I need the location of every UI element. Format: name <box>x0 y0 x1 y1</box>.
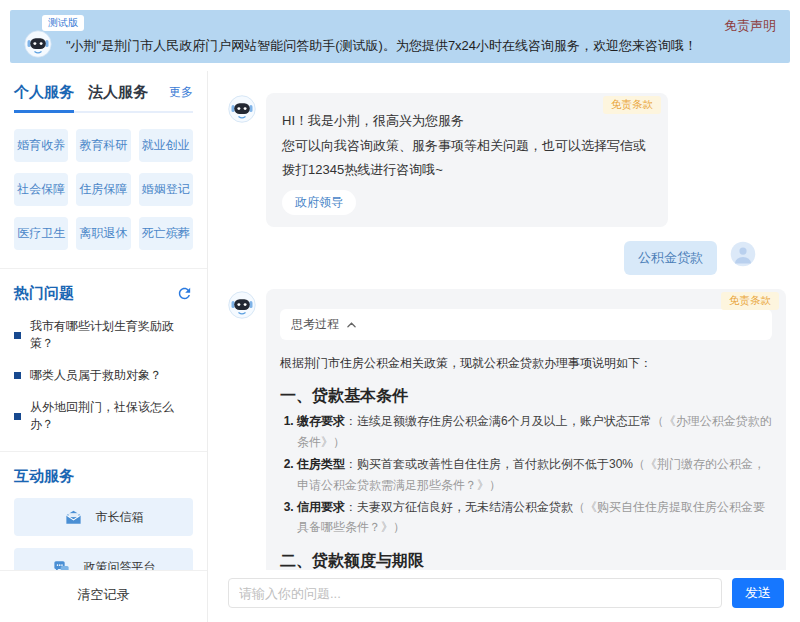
hot-question-item[interactable]: 哪类人员属于救助对象？ <box>14 367 193 384</box>
hot-questions-title: 热门问题 <box>14 284 74 303</box>
item-text: ：连续足额缴存住房公积金满6个月及以上，账户状态正常 <box>345 414 652 428</box>
hot-questions-header: 热门问题 <box>14 284 193 303</box>
message-list: 免责条款 HI！我是小荆，很高兴为您服务 您可以向我咨询政策、服务事项等相关问题… <box>208 71 800 570</box>
answer-section2-heading: 二、贷款额度与期限 <box>280 551 772 570</box>
item-term: 信用要求 <box>297 500 345 514</box>
service-btn-education-research[interactable]: 教育科研 <box>76 129 130 162</box>
chat-panel: 免责条款 HI！我是小荆，很高兴为您服务 您可以向我咨询政策、服务事项等相关问题… <box>208 71 800 622</box>
send-button[interactable]: 发送 <box>732 578 784 608</box>
answer-section1-heading: 一、贷款基本条件 <box>280 386 772 407</box>
top-banner: 测试版 "小荆"是荆门市人民政府门户网站智能问答助手(测试版)。为您提供7x24… <box>10 10 790 63</box>
service-btn-marriage-adoption[interactable]: 婚育收养 <box>14 129 68 162</box>
beta-badge: 测试版 <box>42 15 84 31</box>
list-item: 缴存要求：连续足额缴存住房公积金满6个月及以上，账户状态正常（《办理公积金贷款的… <box>297 411 772 452</box>
chevron-up-icon <box>347 322 356 328</box>
square-bullet-icon <box>14 413 21 420</box>
service-tabs: 个人服务 法人服务 更多 <box>14 83 193 113</box>
mayor-mailbox-item[interactable]: 市长信箱 <box>14 498 193 536</box>
bot-greeting-bubble: 免责条款 HI！我是小荆，很高兴为您服务 您可以向我咨询政策、服务事项等相关问题… <box>266 93 668 227</box>
sidebar: 个人服务 法人服务 更多 婚育收养 教育科研 就业创业 社会保障 住房保障 婚姻… <box>0 71 208 622</box>
bot-message-row: 免责条款 思考过程 根据荆门市住房公积金相关政策，现就公积金贷款办理事项说明如下… <box>228 289 786 570</box>
chatbot-page: 测试版 "小荆"是荆门市人民政府门户网站智能问答助手(测试版)。为您提供7x24… <box>0 0 800 622</box>
bot-message-row: 免责条款 HI！我是小荆，很高兴为您服务 您可以向我咨询政策、服务事项等相关问题… <box>228 93 786 227</box>
government-leaders-chip[interactable]: 政府领导 <box>282 190 356 215</box>
hot-question-text: 从外地回荆门，社保该怎么办？ <box>30 399 193 433</box>
greeting-line2: 您可以向我咨询政策、服务事项等相关问题，也可以选择写信或拨打12345热线进行咨… <box>282 134 652 183</box>
banner-message: "小荆"是荆门市人民政府门户网站智能问答助手(测试版)。为您提供7x24小时在线… <box>66 37 697 55</box>
item-term: 缴存要求 <box>297 414 345 428</box>
service-btn-social-security[interactable]: 社会保障 <box>14 173 68 206</box>
robot-avatar-icon <box>228 95 256 123</box>
service-btn-retirement[interactable]: 离职退休 <box>76 217 130 250</box>
thinking-process-label: 思考过程 <box>291 316 339 333</box>
interactive-services-header: 互动服务 <box>14 467 193 486</box>
item-text: ：夫妻双方征信良好，无未结清公积金贷款 <box>345 500 573 514</box>
service-btn-medical-health[interactable]: 医疗卫生 <box>14 217 68 250</box>
refresh-icon[interactable] <box>176 285 193 302</box>
square-bullet-icon <box>14 332 21 339</box>
tab-corporate-services[interactable]: 法人服务 <box>88 83 148 111</box>
chat-input-bar: 发送 <box>208 570 800 622</box>
service-btn-funeral[interactable]: 死亡殡葬 <box>139 217 193 250</box>
hot-question-item[interactable]: 从外地回荆门，社保该怎么办？ <box>14 399 193 433</box>
thinking-process-toggle[interactable]: 思考过程 <box>280 309 772 340</box>
robot-avatar-icon <box>24 30 52 58</box>
question-input[interactable] <box>228 578 722 608</box>
service-btn-marriage-registration[interactable]: 婚姻登记 <box>139 173 193 206</box>
more-link[interactable]: 更多 <box>169 84 193 111</box>
user-avatar-icon <box>730 241 756 267</box>
service-btn-housing[interactable]: 住房保障 <box>76 173 130 206</box>
list-item: 住房类型：购买首套或改善性自住住房，首付款比例不低于30%（《荆门缴存的公积金，… <box>297 454 772 495</box>
sidebar-divider <box>0 451 207 452</box>
clear-history-button[interactable]: 清空记录 <box>0 570 207 622</box>
robot-avatar-icon <box>228 291 256 319</box>
item-text: ：购买首套或改善性自住住房，首付款比例不低于30% <box>345 457 633 471</box>
hot-question-text: 哪类人员属于救助对象？ <box>30 367 162 384</box>
mayor-mailbox-label: 市长信箱 <box>96 509 144 526</box>
disclaimer-link[interactable]: 免责声明 <box>724 17 776 35</box>
tab-personal-services[interactable]: 个人服务 <box>14 83 74 111</box>
square-bullet-icon <box>14 372 21 379</box>
main-area: 个人服务 法人服务 更多 婚育收养 教育科研 就业创业 社会保障 住房保障 婚姻… <box>0 71 800 622</box>
bot-answer-bubble: 免责条款 思考过程 根据荆门市住房公积金相关政策，现就公积金贷款办理事项说明如下… <box>266 289 786 570</box>
interactive-services-title: 互动服务 <box>14 467 74 486</box>
answer-intro: 根据荆门市住房公积金相关政策，现就公积金贷款办理事项说明如下： <box>280 353 772 373</box>
user-message-bubble: 公积金贷款 <box>624 241 717 275</box>
service-category-grid: 婚育收养 教育科研 就业创业 社会保障 住房保障 婚姻登记 医疗卫生 离职退休 … <box>14 129 193 250</box>
loan-conditions-list: 缴存要求：连续足额缴存住房公积金满6个月及以上，账户状态正常（《办理公积金贷款的… <box>280 411 772 537</box>
service-btn-employment[interactable]: 就业创业 <box>139 129 193 162</box>
hot-question-text: 我市有哪些计划生育奖励政策？ <box>30 318 193 352</box>
hot-question-item[interactable]: 我市有哪些计划生育奖励政策？ <box>14 318 193 352</box>
sidebar-divider <box>0 268 207 269</box>
user-message-row: 公积金贷款 <box>228 241 786 275</box>
list-item: 信用要求：夫妻双方征信良好，无未结清公积金贷款（《购买自住住房提取住房公积金要具… <box>297 497 772 538</box>
disclaimer-terms-badge[interactable]: 免责条款 <box>603 96 661 114</box>
greeting-line1: HI！我是小荆，很高兴为您服务 <box>282 109 652 134</box>
disclaimer-terms-badge[interactable]: 免责条款 <box>721 292 779 310</box>
item-term: 住房类型 <box>297 457 345 471</box>
mail-icon <box>64 508 83 527</box>
